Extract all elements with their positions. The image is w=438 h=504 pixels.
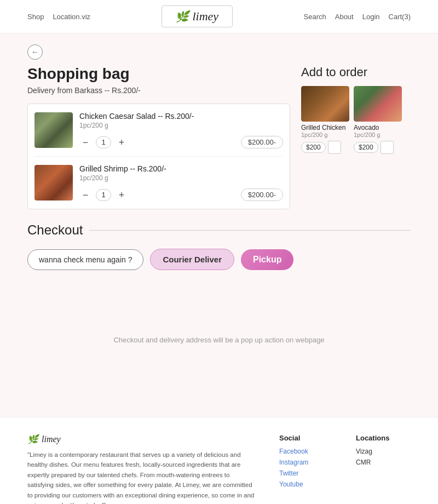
pickup-button[interactable]: Pickup <box>241 249 293 270</box>
footer: 🌿 limey "Limey is a contemporary restaur… <box>0 417 438 504</box>
order-item-name-chicken: Grilled Chicken <box>301 124 349 131</box>
nav-cart[interactable]: Cart(3) <box>389 13 411 21</box>
qty-decrease-caesar[interactable]: − <box>79 136 91 148</box>
footer-logo-text: limey <box>42 434 61 444</box>
order-item-img-avocado <box>354 86 402 122</box>
footer-locations-title: Locations <box>356 434 411 442</box>
item-name-shrimp: Grilled Shrimp -- Rs.200/- <box>79 164 283 173</box>
item-portion-shrimp: 1pc/200 g <box>79 174 283 182</box>
table-row: Grilled Shrimp -- Rs.200/- 1pc/200 g − 1… <box>34 157 283 209</box>
item-controls-shrimp: − 1 + $200.00- <box>79 188 283 201</box>
navigation: Shop Location.viz 🌿 limey Search About L… <box>0 0 438 33</box>
item-info-caesar: Chicken Caesar Salad -- Rs.200/- 1pc/200… <box>79 112 283 148</box>
footer-social-col: Social Facebook Instagram Twitter Youtub… <box>279 434 334 504</box>
order-item-controls-avocado: $200 <box>354 141 402 154</box>
order-price-btn-chicken[interactable]: $200 <box>301 142 326 153</box>
qty-increase-shrimp[interactable]: + <box>116 189 128 201</box>
checkout-header: Checkout <box>27 222 411 238</box>
list-item: Avocado 1pc/200 g $200 <box>354 86 402 154</box>
nav-location[interactable]: Location.viz <box>53 13 90 21</box>
checkout-note: Checkout and delivery address will be a … <box>27 336 411 344</box>
order-item-img-chicken <box>301 86 349 122</box>
item-controls-caesar: − 1 + $200.00- <box>79 136 283 148</box>
footer-location-vizag: Vizag <box>356 448 411 455</box>
add-to-order-title: Add to order <box>301 65 411 79</box>
order-item-portion-avocado: 1pc/200 g <box>354 131 402 138</box>
shopping-area: Shopping bag Delivery from Barkass -- Rs… <box>27 65 411 209</box>
item-name-caesar: Chicken Caesar Salad -- Rs.200/- <box>79 112 283 121</box>
order-add-checkbox-avocado[interactable] <box>381 141 394 154</box>
checkout-section: Checkout wanna check menu again ? Courie… <box>27 222 411 344</box>
courier-deliver-button[interactable]: Courier Deliver <box>150 249 234 270</box>
list-item: Grilled Chicken 1pc/200 g $200 <box>301 86 349 154</box>
checkout-title: Checkout <box>27 222 83 238</box>
qty-value-caesar: 1 <box>96 136 111 148</box>
nav-left: Shop Location.viz <box>27 13 90 21</box>
item-image-caesar <box>34 112 73 148</box>
nav-about[interactable]: About <box>335 13 354 21</box>
item-price-shrimp: $200.00- <box>241 188 283 201</box>
qty-control-caesar: − 1 + <box>79 136 128 148</box>
item-image-shrimp <box>34 165 73 201</box>
qty-value-shrimp: 1 <box>96 189 111 201</box>
footer-twitter-link[interactable]: Twitter <box>279 469 334 477</box>
order-add-checkbox-chicken[interactable] <box>328 141 341 154</box>
footer-social-title: Social <box>279 434 334 442</box>
checkout-divider <box>89 230 411 231</box>
back-button[interactable]: ← <box>27 44 43 60</box>
item-price-caesar: $200.00- <box>241 136 283 148</box>
footer-description: "Limey is a contemporary restaurant that… <box>27 450 257 504</box>
order-item-name-avocado: Avocado <box>354 124 402 131</box>
footer-logo: 🌿 limey <box>27 434 257 444</box>
qty-control-shrimp: − 1 + <box>79 189 128 201</box>
nav-logo[interactable]: 🌿 limey <box>162 5 233 27</box>
shopping-bag-section: Shopping bag Delivery from Barkass -- Rs… <box>27 65 290 209</box>
check-menu-button[interactable]: wanna check menu again ? <box>27 249 143 270</box>
nav-login[interactable]: Login <box>362 13 380 21</box>
footer-leaf-icon: 🌿 <box>27 434 38 444</box>
cart-items-list: Chicken Caesar Salad -- Rs.200/- 1pc/200… <box>27 104 290 209</box>
footer-brand: 🌿 limey "Limey is a contemporary restaur… <box>27 434 257 504</box>
order-item-portion-chicken: 1pc/200 g <box>301 131 349 138</box>
shopping-bag-title: Shopping bag <box>27 65 290 83</box>
order-item-controls-chicken: $200 <box>301 141 349 154</box>
nav-shop[interactable]: Shop <box>27 13 44 21</box>
leaf-icon: 🌿 <box>175 10 189 23</box>
footer-instagram-link[interactable]: Instagram <box>279 459 334 466</box>
checkout-buttons: wanna check menu again ? Courier Deliver… <box>27 249 411 270</box>
qty-increase-caesar[interactable]: + <box>116 136 128 148</box>
footer-facebook-link[interactable]: Facebook <box>279 448 334 455</box>
main-content: ← Shopping bag Delivery from Barkass -- … <box>0 33 438 417</box>
footer-youtube-link[interactable]: Youtube <box>279 480 334 488</box>
table-row: Chicken Caesar Salad -- Rs.200/- 1pc/200… <box>34 104 283 157</box>
add-to-order-section: Add to order Grilled Chicken 1pc/200 g $… <box>301 65 411 209</box>
item-portion-caesar: 1pc/200 g <box>79 122 283 129</box>
item-info-shrimp: Grilled Shrimp -- Rs.200/- 1pc/200 g − 1… <box>79 164 283 201</box>
order-price-btn-avocado[interactable]: $200 <box>354 142 378 153</box>
qty-decrease-shrimp[interactable]: − <box>79 189 91 201</box>
nav-right: Search About Login Cart(3) <box>304 13 411 21</box>
delivery-info: Delivery from Barkass -- Rs.200/- <box>27 86 290 95</box>
logo-text: limey <box>192 9 218 24</box>
footer-locations-col: Locations Vizag CMR <box>356 434 411 504</box>
footer-location-cmr: CMR <box>356 459 411 466</box>
order-items-grid: Grilled Chicken 1pc/200 g $200 Avocado 1… <box>301 86 411 154</box>
nav-search[interactable]: Search <box>304 13 326 21</box>
